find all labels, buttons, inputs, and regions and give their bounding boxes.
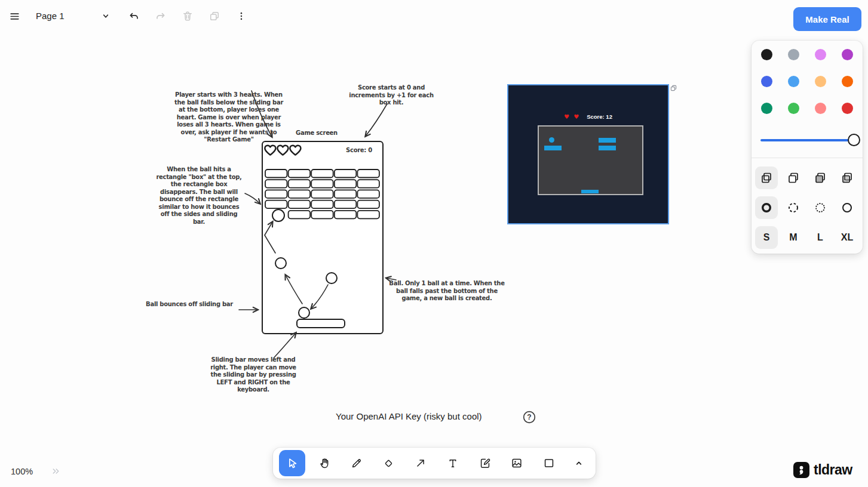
dash-style-row [755,196,859,219]
annotation-arrow-score[interactable] [366,104,387,136]
annotation-arrow-boxes[interactable] [245,193,260,204]
shape-duplicate-handle-icon[interactable] [670,85,677,91]
sketch-box[interactable] [265,201,287,209]
page-name[interactable]: Page 1 [36,11,65,21]
sketch-box[interactable] [311,211,333,219]
sketch-ball[interactable] [275,258,286,269]
color-swatch-light-red[interactable] [815,103,826,114]
more-tools-button[interactable] [568,450,590,476]
color-swatch-green[interactable] [761,103,772,114]
sketch-box[interactable] [289,190,310,198]
sketch-box[interactable] [335,211,357,219]
main-menu-button[interactable] [4,5,25,27]
sketch-ball[interactable] [326,273,337,283]
note-tool-button[interactable] [472,450,498,476]
sketch-box[interactable] [357,201,379,209]
size-s-button[interactable]: S [755,226,778,249]
text-icon [446,457,459,470]
dash-draw-button[interactable] [755,196,778,219]
color-swatch-light-violet[interactable] [815,49,826,60]
double-chevron-right-icon[interactable] [51,466,61,476]
draw-tool-button[interactable] [343,450,370,476]
make-real-button[interactable]: Make Real [793,7,861,31]
color-swatch-light-green[interactable] [788,103,799,114]
sketch-box[interactable] [265,169,287,178]
fill-solid-button[interactable] [809,167,832,189]
sketch-box[interactable] [335,190,357,198]
sketch-box[interactable] [265,190,287,198]
sketch-box[interactable] [289,180,310,188]
annotation-slider-note[interactable]: Sliding bar moves left and right. The pl… [210,356,296,394]
dash-dashed-button[interactable] [782,196,805,219]
delete-button[interactable] [177,5,198,27]
sketch-box[interactable] [289,211,310,219]
opacity-slider[interactable] [760,139,854,141]
color-swatch-yellow[interactable] [815,76,826,87]
sketch-ball[interactable] [299,307,309,318]
asset-tool-button[interactable] [504,450,530,476]
annotation-ball-note[interactable]: Ball. Only 1 ball at a time. When the ba… [389,280,504,303]
size-xl-button[interactable]: XL [836,226,858,249]
eraser-tool-button[interactable] [375,450,401,476]
color-swatch-light-blue[interactable] [788,76,799,87]
color-swatch-black[interactable] [761,49,772,60]
undo-button[interactable] [123,5,145,27]
annotation-arrow-slider[interactable] [274,333,296,358]
sketch-box[interactable] [335,180,357,188]
sketch-score-label[interactable]: Score: 0 [346,147,372,155]
select-tool-button[interactable] [279,450,305,476]
opacity-slider-handle[interactable] [848,134,860,146]
game-screen-label[interactable]: Game screen [296,130,338,137]
api-key-help-button[interactable]: ? [522,410,536,424]
more-actions-button[interactable] [231,5,252,27]
dash-solid-button[interactable] [836,196,858,219]
color-swatch-violet[interactable] [842,49,853,60]
size-l-button[interactable]: L [809,226,832,249]
color-swatch-red[interactable] [842,103,853,114]
annotation-hearts-note[interactable]: Player starts with 3 hearts. When the ba… [174,91,283,144]
sketch-hearts[interactable] [265,146,300,155]
sketch-sliding-bar[interactable] [297,319,345,328]
sketch-box[interactable] [357,180,379,188]
sketch-box[interactable] [311,180,333,188]
duplicate-button[interactable] [204,5,225,27]
sketch-box[interactable] [357,190,379,198]
sketch-box[interactable] [357,169,379,178]
color-swatch-grey[interactable] [788,49,799,60]
rectangle-tool-button[interactable] [536,450,562,476]
sketch-ball-down-arrow[interactable] [311,285,328,309]
annotation-bounce-note[interactable]: Ball bounces off sliding bar [146,301,233,309]
kebab-menu-icon [236,11,247,21]
sketch-box[interactable] [289,201,310,209]
color-swatch-orange[interactable] [842,76,853,87]
tldraw-canvas[interactable]: Page 1 Make Real [0,0,868,487]
sketch-game-frame[interactable] [262,141,383,334]
sketch-ball[interactable] [272,209,284,221]
redo-button[interactable] [149,5,171,27]
sketch-ball-up-arrow[interactable] [286,275,302,304]
sketch-box[interactable] [357,211,379,219]
sketch-box[interactable] [335,201,357,209]
game-preview-embed[interactable]: ♥ ♥ Score: 12 [507,84,669,224]
dash-dotted-button[interactable] [809,196,832,219]
sketch-box[interactable] [311,201,333,209]
annotation-boxes-note[interactable]: When the ball hits a rectangle "box" at … [156,166,241,226]
fill-pattern-button[interactable] [836,167,858,189]
zoom-level[interactable]: 100% [11,467,33,476]
page-menu-chevron-button[interactable] [95,5,116,27]
size-m-button[interactable]: M [782,226,805,249]
fill-none-button[interactable] [755,167,778,189]
sketch-box[interactable] [289,169,310,178]
sketch-bounce-arrow[interactable] [265,222,275,253]
sketch-box[interactable] [335,169,357,178]
color-swatch-blue[interactable] [761,76,772,87]
sketch-box[interactable] [311,190,333,198]
tldraw-logo[interactable]: tldraw [793,462,852,478]
fill-semi-button[interactable] [782,167,805,189]
text-tool-button[interactable] [440,450,466,476]
sketch-box[interactable] [265,180,287,188]
sketch-box[interactable] [311,169,333,178]
hand-tool-button[interactable] [311,450,338,476]
annotation-score-note[interactable]: Score starts at 0 and increments by +1 f… [349,84,433,107]
arrow-tool-button[interactable] [407,450,434,476]
